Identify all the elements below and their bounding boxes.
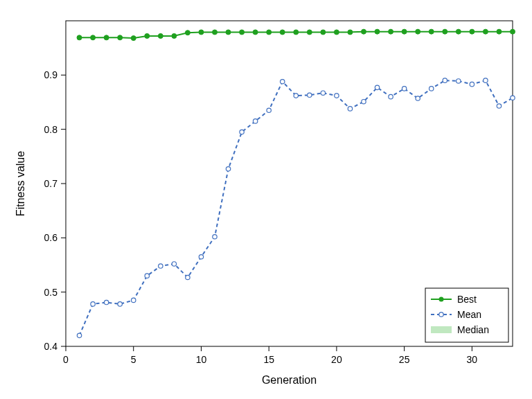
series-point bbox=[497, 104, 501, 108]
series-point bbox=[131, 36, 136, 41]
legend-label: Mean bbox=[457, 309, 481, 320]
x-tick-label: 25 bbox=[399, 354, 410, 365]
series-point bbox=[334, 30, 339, 35]
series-point bbox=[226, 167, 230, 171]
series-point bbox=[470, 29, 475, 34]
series-point bbox=[470, 82, 474, 86]
series-point bbox=[213, 235, 217, 239]
series-point bbox=[118, 35, 123, 40]
series-point bbox=[497, 29, 502, 34]
chart-container: 0510152025300.40.50.60.70.80.9Generation… bbox=[0, 0, 532, 399]
series-point bbox=[484, 78, 488, 82]
series-point bbox=[307, 30, 312, 35]
series-point bbox=[402, 29, 407, 34]
y-tick-label: 0.4 bbox=[44, 341, 58, 352]
y-tick-label: 0.9 bbox=[44, 69, 58, 80]
x-tick-label: 20 bbox=[331, 354, 342, 365]
series-point bbox=[280, 30, 285, 35]
legend-marker bbox=[439, 312, 443, 317]
legend-swatch-median bbox=[431, 326, 452, 333]
series-point bbox=[158, 33, 163, 38]
y-tick-label: 0.7 bbox=[44, 178, 58, 189]
series-point bbox=[104, 300, 108, 304]
series-point bbox=[375, 29, 380, 34]
series-point bbox=[199, 255, 203, 259]
series-point bbox=[199, 30, 204, 35]
series-point bbox=[118, 302, 122, 306]
series-point bbox=[402, 87, 406, 91]
series-point bbox=[483, 29, 488, 34]
series-point bbox=[186, 275, 190, 279]
series-point bbox=[240, 130, 244, 134]
series-point bbox=[294, 30, 299, 35]
x-tick-label: 30 bbox=[467, 354, 478, 365]
series-point bbox=[389, 29, 393, 34]
series-point bbox=[213, 30, 218, 35]
series-point bbox=[389, 94, 393, 98]
series-point bbox=[362, 29, 366, 34]
series-point bbox=[429, 87, 434, 91]
x-axis-label: Generation bbox=[262, 374, 317, 386]
series-point bbox=[456, 79, 461, 83]
series-point bbox=[416, 29, 420, 34]
series-point bbox=[185, 30, 190, 35]
series-point bbox=[429, 29, 434, 34]
series-point bbox=[321, 91, 325, 95]
x-tick-label: 15 bbox=[263, 354, 274, 365]
legend-marker bbox=[439, 297, 444, 302]
x-tick-label: 5 bbox=[131, 354, 136, 365]
legend-label: Best bbox=[457, 294, 477, 305]
series-point bbox=[281, 80, 285, 84]
series-point bbox=[511, 96, 515, 100]
series-point bbox=[416, 96, 420, 100]
y-axis-label: Fitness value bbox=[15, 151, 26, 216]
series-point bbox=[375, 85, 379, 89]
series-point bbox=[145, 274, 149, 278]
chart-svg: 0510152025300.40.50.60.70.80.9Generation… bbox=[0, 0, 532, 399]
series-point bbox=[456, 29, 461, 34]
y-tick-label: 0.8 bbox=[44, 124, 58, 135]
series-point bbox=[240, 30, 245, 35]
series-point bbox=[308, 93, 312, 97]
series-point bbox=[294, 94, 298, 98]
series-point bbox=[348, 107, 352, 111]
legend-label: Median bbox=[457, 324, 489, 335]
series-point bbox=[443, 78, 447, 82]
series-point bbox=[132, 298, 136, 302]
series-point bbox=[159, 264, 163, 268]
series-point bbox=[104, 35, 109, 40]
y-tick-label: 0.5 bbox=[44, 287, 58, 298]
x-tick-label: 10 bbox=[196, 354, 207, 365]
series-point bbox=[348, 30, 353, 35]
series-point bbox=[511, 29, 515, 34]
series-point bbox=[321, 30, 326, 35]
series-point bbox=[172, 262, 176, 266]
series-point bbox=[226, 30, 231, 35]
series-point bbox=[172, 33, 177, 38]
series-point bbox=[443, 29, 447, 34]
series-point bbox=[91, 35, 96, 40]
series-point bbox=[335, 94, 339, 98]
x-tick-label: 0 bbox=[63, 354, 69, 365]
series-point bbox=[91, 302, 95, 306]
series-point bbox=[267, 108, 271, 112]
series-point bbox=[145, 33, 150, 38]
series-point bbox=[362, 100, 366, 104]
series-point bbox=[253, 119, 257, 123]
series-point bbox=[253, 30, 258, 35]
y-tick-label: 0.6 bbox=[44, 232, 58, 243]
series-point bbox=[77, 333, 81, 337]
series-point bbox=[77, 35, 82, 40]
series-point bbox=[267, 30, 272, 35]
